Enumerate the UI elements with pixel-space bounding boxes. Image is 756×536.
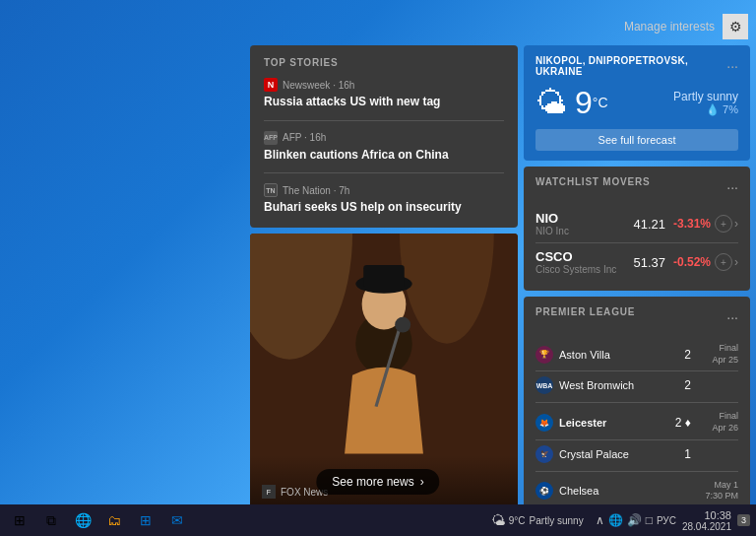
desktop: Manage interests ⚙ TOP STORIES N Newswee… [0,0,756,536]
premier-league-title: PREMIER LEAGUE [536,306,635,317]
stock-name: NIO Inc [536,226,633,236]
match-row[interactable]: 🦅 Crystal Palace 1 [536,440,738,468]
edge-browser-icon[interactable]: 🌐 [69,506,96,534]
weather-description: Partly sunny [673,90,738,103]
taskbar-left: ⊞ ⧉ 🌐 🗂 ⊞ ✉ [6,506,191,534]
manage-interests-label: Manage interests [624,20,715,34]
stock-price: 41.21 [633,217,665,232]
weather-icon: 🌤 [536,85,567,121]
news-item[interactable]: TN The Nation · 7h Buhari seeks US help … [264,183,504,216]
taskbar-weather-icon: 🌤 [491,512,505,528]
file-explorer-icon[interactable]: 🗂 [100,506,128,534]
match-status: FinalApr 26 [699,411,738,434]
weather-widget: NIKOPOL, DNIPROPETROVSK, UKRAINE ··· 🌤 9… [524,45,750,161]
match-row[interactable]: 🏆 Aston Villa 2 FinalApr 25 [536,338,738,371]
fox-news-icon: F [262,485,276,499]
weather-precipitation: 💧 7% [673,103,738,116]
news-source: N Newsweek · 16h [264,78,504,92]
source-text: AFP · 16h [283,132,326,143]
taskbar-weather-desc: Partly sunny [530,515,584,526]
taskbar-right: 🌤 9°C Partly sunny ∧ 🌐 🔊 □ РУС 10:38 28.… [485,509,750,532]
match-pair: 🦊 Leicester 2 ♦ FinalApr 26 🦅 Crystal Pa… [536,403,738,471]
weather-main: 🌤 9°C Partly sunny 💧 7% [536,85,738,121]
task-view-button[interactable]: ⧉ [37,506,65,534]
score: 2 [671,378,691,392]
premier-league-header: PREMIER LEAGUE ··· [536,306,738,327]
team-name: Aston Villa [559,349,671,361]
start-button[interactable]: ⊞ [6,506,33,534]
taskbar-weather[interactable]: 🌤 9°C Partly sunny [485,510,590,530]
premier-league-menu-button[interactable]: ··· [726,309,738,325]
match-status: FinalApr 25 [699,343,738,366]
score: 2 [671,348,691,362]
score: 1 [671,447,691,461]
watchlist-header: WATCHLIST MOVERS ··· [536,176,738,197]
volume-icon[interactable]: 🔊 [627,513,642,527]
chevron-up-icon[interactable]: ∧ [596,513,604,527]
network-icon[interactable]: 🌐 [608,513,623,527]
svg-rect-6 [363,265,405,287]
language-indicator[interactable]: РУС [657,515,676,526]
battery-icon: □ [646,513,653,527]
widget-panel: Manage interests ⚙ TOP STORIES N Newswee… [244,14,756,504]
manage-interests-button[interactable]: ⚙ [723,14,748,39]
weather-temperature: 9°C [575,85,608,121]
match-info: FinalApr 26 [699,411,738,434]
premier-league-widget: PREMIER LEAGUE ··· 🏆 Aston Villa 2 Final… [524,297,750,536]
team-name: West Bromwich [559,379,671,391]
match-info: FinalApr 25 [699,343,738,366]
match-pair: 🏆 Aston Villa 2 FinalApr 25 WBA West Bro… [536,335,738,403]
stock-ticker: CSCO [536,249,633,264]
stock-ticker: NIO [536,211,633,226]
stock-change: -0.52% [673,255,711,269]
watchlist-title: WATCHLIST MOVERS [536,176,651,187]
microsoft-store-icon[interactable]: ⊞ [132,506,159,534]
team-badge-crystal: 🦅 [536,445,553,463]
stock-name: Cisco Systems Inc [536,264,633,275]
see-more-news-button[interactable]: See more news › [316,469,439,495]
see-forecast-button[interactable]: See full forecast [536,129,738,151]
stock-change: -3.31% [673,217,711,231]
weather-menu-button[interactable]: ··· [726,58,738,74]
stock-info: CSCO Cisco Systems Inc [536,249,633,275]
source-text: The Nation · 7h [283,185,349,196]
source-text: Newsweek · 16h [283,80,354,91]
match-row[interactable]: ⚽ Chelsea May 17:30 PM [536,475,738,507]
news-source: TN The Nation · 7h [264,183,504,197]
match-row[interactable]: 🦊 Leicester 2 ♦ FinalApr 26 [536,406,738,439]
watchlist-widget: WATCHLIST MOVERS ··· NIO NIO Inc 41.21 -… [524,167,750,291]
notification-badge[interactable]: 3 [737,514,750,526]
news-item[interactable]: AFP AFP · 16h Blinken cautions Africa on… [264,131,504,174]
main-content: TOP STORIES N Newsweek · 16h Russia atta… [244,45,756,536]
team-badge-chelsea: ⚽ [536,482,553,500]
taskbar-weather-temp: 9°C [509,515,526,526]
weather-location: NIKOPOL, DNIPROPETROVSK, UKRAINE [536,55,726,77]
stock-add-button[interactable]: + [715,253,732,271]
newsweek-icon: N [264,78,278,92]
news-headline: Blinken cautions Africa on China [264,148,504,164]
stock-add-button[interactable]: + [715,215,732,233]
news-item[interactable]: N Newsweek · 16h Russia attacks US with … [264,78,504,121]
weather-header: NIKOPOL, DNIPROPETROVSK, UKRAINE ··· [536,55,738,77]
svg-point-8 [395,316,410,332]
afp-icon: AFP [264,131,278,145]
top-stories-title: TOP STORIES [264,57,504,68]
stock-row[interactable]: CSCO Cisco Systems Inc 51.37 -0.52% + › [536,243,738,281]
clock[interactable]: 10:38 28.04.2021 [682,509,731,532]
left-column: TOP STORIES N Newsweek · 16h Russia atta… [250,45,518,536]
weather-info: Partly sunny 💧 7% [673,90,738,116]
news-headline: Russia attacks US with new tag [264,95,504,110]
stock-price: 51.37 [633,255,665,270]
watchlist-menu-button[interactable]: ··· [726,179,738,195]
stock-arrow-icon[interactable]: › [734,255,738,269]
mail-icon[interactable]: ✉ [163,506,191,534]
stock-info: NIO NIO Inc [536,211,633,236]
news-headline: Buhari seeks US help on insecurity [264,200,504,216]
match-row[interactable]: WBA West Bromwich 2 [536,371,738,399]
team-badge-aston: 🏆 [536,346,553,364]
manage-interests-bar: Manage interests ⚙ [244,14,756,45]
right-column: NIKOPOL, DNIPROPETROVSK, UKRAINE ··· 🌤 9… [524,45,750,536]
see-more-arrow-icon: › [420,475,424,489]
stock-arrow-icon[interactable]: › [734,217,738,231]
stock-row[interactable]: NIO NIO Inc 41.21 -3.31% + › [536,205,738,243]
